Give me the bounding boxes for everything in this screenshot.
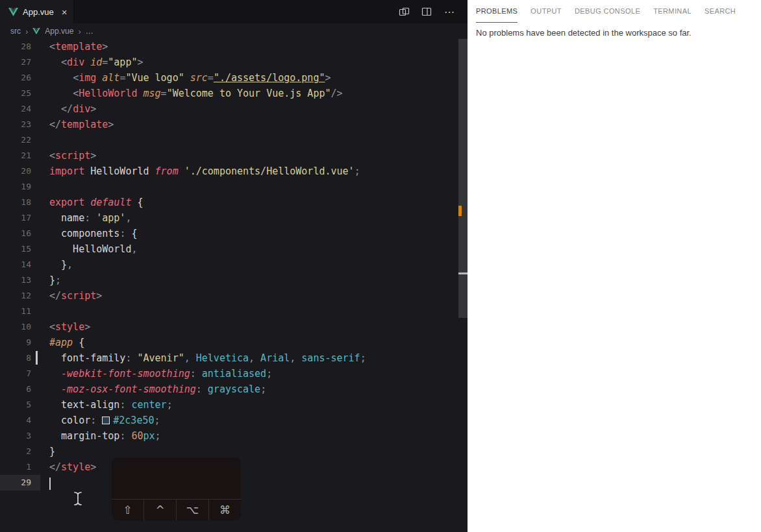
- line-number: 24: [0, 101, 40, 117]
- tab-close-icon[interactable]: ×: [62, 7, 68, 17]
- code-line[interactable]: 25 <HelloWorld msg="Welcome to Your Vue.…: [0, 86, 468, 101]
- breadcrumb-src[interactable]: src: [10, 27, 21, 36]
- panel-tabs: PROBLEMSOUTPUTDEBUG CONSOLETERMINALSEARC…: [468, 0, 761, 23]
- line-number: 23: [0, 117, 40, 132]
- modifier-key-row: ⇧^⌥⌘: [112, 499, 241, 520]
- tab-app-vue[interactable]: App.vue ×: [0, 0, 74, 23]
- code-line[interactable]: 20import HelloWorld from './components/H…: [0, 163, 468, 179]
- code-line[interactable]: 17 name: 'app',: [0, 210, 468, 226]
- overview-marker-cursor: [458, 272, 468, 274]
- line-number: 5: [0, 397, 40, 413]
- code-line[interactable]: 8 font-family: "Avenir", Helvetica, Aria…: [0, 350, 468, 366]
- modifier-key-control: ^: [143, 500, 176, 520]
- scrollbar-thumb[interactable]: [458, 39, 468, 318]
- code-line[interactable]: 11: [0, 304, 468, 319]
- breadcrumb-more[interactable]: …: [86, 27, 94, 36]
- line-number: 2: [0, 444, 40, 459]
- more-actions-icon[interactable]: ⋯: [443, 5, 456, 18]
- modifier-key-shift: ⇧: [112, 500, 143, 520]
- line-number: 3: [0, 428, 40, 444]
- code-line[interactable]: 21<script>: [0, 148, 468, 163]
- line-number: 11: [0, 304, 40, 319]
- panel-tab-debug-console[interactable]: DEBUG CONSOLE: [575, 0, 640, 23]
- problems-message: No problems have been detected in the wo…: [468, 23, 761, 38]
- code-line[interactable]: 18export default {: [0, 195, 468, 210]
- modifier-key-command: ⌘: [208, 500, 241, 520]
- vue-logo-icon: [8, 8, 18, 16]
- modifier-key-option: ⌥: [176, 500, 208, 520]
- code-line[interactable]: 28<template>: [0, 39, 468, 54]
- editor-pane: App.vue × ⋯ src ›: [0, 0, 468, 532]
- line-number: 26: [0, 70, 40, 86]
- code-line[interactable]: 19: [0, 179, 468, 195]
- text-cursor-pointer: [73, 491, 83, 509]
- line-number: 28: [0, 39, 40, 54]
- code-line[interactable]: 15 HelloWorld,: [0, 241, 468, 257]
- code-line[interactable]: 14 },: [0, 257, 468, 272]
- line-number: 7: [0, 366, 40, 381]
- line-number: 6: [0, 381, 40, 397]
- line-number: 25: [0, 86, 40, 101]
- overview-marker-orange: [458, 206, 462, 216]
- editor-actions: ⋯: [397, 0, 468, 23]
- editor-scrollbar: [458, 39, 468, 532]
- split-editor-icon[interactable]: [420, 5, 433, 18]
- line-number: 17: [0, 210, 40, 226]
- problems-panel: PROBLEMSOUTPUTDEBUG CONSOLETERMINALSEARC…: [468, 0, 761, 532]
- line-number: 14: [0, 257, 40, 272]
- editor-tab-bar: App.vue × ⋯: [0, 0, 468, 23]
- tab-label: App.vue: [23, 7, 54, 17]
- code-line[interactable]: 4 color: #2c3e50;: [0, 413, 468, 428]
- code-line[interactable]: 23</template>: [0, 117, 468, 132]
- breadcrumb-file[interactable]: App.vue: [45, 27, 73, 36]
- line-number: 15: [0, 241, 40, 257]
- code-line[interactable]: 7 -webkit-font-smoothing: antialiased;: [0, 366, 468, 381]
- code-line[interactable]: 24 </div>: [0, 101, 468, 117]
- line-number: 18: [0, 195, 40, 210]
- line-number: 9: [0, 335, 40, 350]
- code-line[interactable]: 26 <img alt="Vue logo" src="./assets/log…: [0, 70, 468, 86]
- code-line[interactable]: 9#app {: [0, 335, 468, 350]
- vue-logo-icon: [32, 28, 40, 34]
- line-number: 20: [0, 163, 40, 179]
- code-line[interactable]: 3 margin-top: 60px;: [0, 428, 468, 444]
- code-line[interactable]: 12</script>: [0, 288, 468, 304]
- code-line[interactable]: 22: [0, 132, 468, 148]
- line-number: 10: [0, 319, 40, 335]
- code-line[interactable]: 16 components: {: [0, 226, 468, 241]
- screencast-key-overlay: ⇧^⌥⌘: [112, 457, 241, 520]
- code-area[interactable]: 28<template>27 <div id="app">26 <img alt…: [0, 39, 468, 490]
- line-number: 29: [0, 475, 40, 490]
- line-number: 27: [0, 54, 40, 70]
- panel-tab-terminal[interactable]: TERMINAL: [653, 0, 692, 23]
- line-number: 16: [0, 226, 40, 241]
- breadcrumb: src › App.vue › …: [0, 23, 468, 39]
- code-line[interactable]: 6 -moz-osx-font-smoothing: grayscale;: [0, 381, 468, 397]
- chevron-right-icon: ›: [25, 27, 28, 36]
- code-line[interactable]: 5 text-align: center;: [0, 397, 468, 413]
- line-number: 4: [0, 413, 40, 428]
- panel-tab-problems[interactable]: PROBLEMS: [476, 0, 518, 23]
- code-line[interactable]: 13};: [0, 272, 468, 288]
- line-number: 1: [0, 459, 40, 475]
- code-line[interactable]: 10<style>: [0, 319, 468, 335]
- line-number: 22: [0, 132, 40, 148]
- line-number: 13: [0, 272, 40, 288]
- color-swatch: [102, 417, 110, 424]
- panel-tab-output[interactable]: OUTPUT: [530, 0, 562, 23]
- editor-caret: [49, 478, 51, 490]
- line-number: 21: [0, 148, 40, 163]
- code-line[interactable]: 27 <div id="app">: [0, 54, 468, 70]
- line-number: 12: [0, 288, 40, 304]
- open-preview-icon[interactable]: [397, 5, 410, 18]
- panel-tab-search[interactable]: SEARCH: [705, 0, 736, 23]
- chevron-right-icon: ›: [78, 27, 81, 36]
- line-number: 19: [0, 179, 40, 195]
- line-number: 8: [0, 350, 40, 366]
- gutter-marker: [36, 351, 38, 365]
